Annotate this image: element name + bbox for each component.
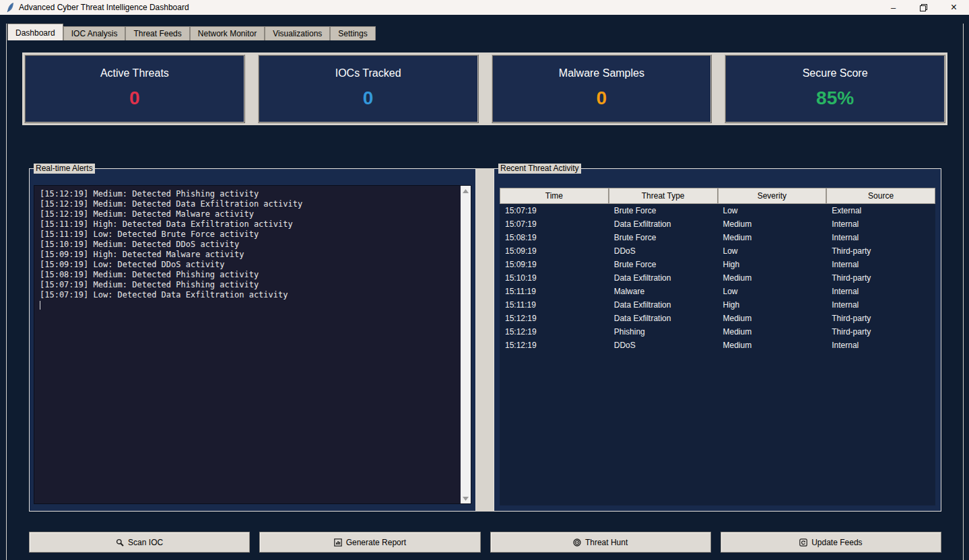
stat-card-malware-samples: Malware Samples 0 <box>492 55 712 123</box>
stat-title: Secure Score <box>803 67 868 79</box>
threat-hunt-button[interactable]: Threat Hunt <box>490 532 711 553</box>
stat-value: 0 <box>597 88 607 109</box>
scroll-down-icon[interactable] <box>461 493 471 503</box>
stat-value: 85% <box>816 88 854 109</box>
realtime-alerts-panel: Real-time Alerts [15:12:19] Medium: Dete… <box>29 168 476 512</box>
column-header-source[interactable]: Source <box>826 188 935 204</box>
table-row[interactable]: 15:11:19 Malware Low Internal <box>500 285 935 298</box>
stat-value: 0 <box>129 88 140 109</box>
generate-report-button[interactable]: Generate Report <box>259 532 480 553</box>
threat-activity-table: Time Threat Type Severity Source 15:07:1… <box>500 188 935 505</box>
text-cursor <box>40 301 40 310</box>
stat-card-secure-score: Secure Score 85% <box>725 55 945 123</box>
stat-card-active-threats: Active Threats 0 <box>24 55 245 123</box>
console-scrollbar[interactable] <box>461 186 471 503</box>
table-row[interactable]: 15:09:19 DDoS Low Third-party <box>500 244 935 258</box>
table-row[interactable]: 15:10:19 Data Exfiltration Medium Third-… <box>500 271 935 285</box>
table-row[interactable]: 15:09:19 Brute Force High Internal <box>500 258 935 271</box>
feather-app-icon <box>4 3 18 13</box>
window-title: Advanced Cyber Threat Intelligence Dashb… <box>19 3 189 12</box>
tab-dashboard[interactable]: Dashboard <box>7 24 63 40</box>
table-row[interactable]: 15:07:19 Data Exfiltration Medium Intern… <box>500 217 935 231</box>
update-feeds-button[interactable]: Update Feeds <box>721 532 941 553</box>
window-controls: – × <box>878 0 969 15</box>
alerts-console[interactable]: [15:12:19] Medium: Detected Phishing act… <box>34 186 461 503</box>
table-row[interactable]: 15:12:19 Phishing Medium Third-party <box>500 325 935 339</box>
stat-title: Active Threats <box>100 67 169 79</box>
minimize-button[interactable]: – <box>878 0 908 15</box>
scroll-up-icon[interactable] <box>461 186 471 196</box>
column-header-time[interactable]: Time <box>500 188 609 204</box>
table-header: Time Threat Type Severity Source <box>500 188 935 204</box>
alerts-panel-label: Real-time Alerts <box>34 164 95 174</box>
scan-ioc-button[interactable]: Scan IOC <box>29 532 250 553</box>
magnifier-icon <box>116 538 124 547</box>
report-icon <box>334 538 342 547</box>
title-bar: Advanced Cyber Threat Intelligence Dashb… <box>0 0 969 15</box>
refresh-icon <box>799 538 807 547</box>
column-header-threat-type[interactable]: Threat Type <box>609 188 718 204</box>
table-row[interactable]: 15:08:19 Brute Force Medium Internal <box>500 231 935 244</box>
tab-bar: Dashboard IOC Analysis Threat Feeds Netw… <box>7 24 963 40</box>
close-button[interactable]: × <box>939 0 969 15</box>
table-row[interactable]: 15:12:19 DDoS Medium Internal <box>500 339 935 352</box>
table-row[interactable]: 15:12:19 Data Exfiltration Medium Third-… <box>500 312 935 325</box>
app-window: Advanced Cyber Threat Intelligence Dashb… <box>0 0 969 560</box>
tab-network-monitor[interactable]: Network Monitor <box>190 26 265 40</box>
table-body: 15:07:19 Brute Force Low External 15:07:… <box>500 204 935 352</box>
stats-row: Active Threats 0 IOCs Tracked 0 Malware … <box>22 53 947 125</box>
stat-title: IOCs Tracked <box>335 67 401 79</box>
table-row[interactable]: 15:07:19 Brute Force Low External <box>500 204 935 217</box>
tab-ioc-analysis[interactable]: IOC Analysis <box>63 26 126 40</box>
recent-threat-activity-panel: Recent Threat Activity Time Threat Type … <box>494 168 941 512</box>
action-bar: Scan IOC Generate Report <box>29 532 941 553</box>
column-header-severity[interactable]: Severity <box>718 188 827 204</box>
tab-settings[interactable]: Settings <box>330 26 375 40</box>
activity-panel-label: Recent Threat Activity <box>498 164 581 174</box>
tab-threat-feeds[interactable]: Threat Feeds <box>125 26 189 40</box>
panel-divider <box>476 168 494 512</box>
notebook: Dashboard IOC Analysis Threat Feeds Netw… <box>6 24 964 560</box>
tab-visualizations[interactable]: Visualizations <box>265 26 330 40</box>
stat-title: Malware Samples <box>559 67 644 79</box>
main-panels: Real-time Alerts [15:12:19] Medium: Dete… <box>29 168 941 512</box>
stat-card-iocs-tracked: IOCs Tracked 0 <box>258 55 479 123</box>
restore-button[interactable] <box>908 0 939 15</box>
table-row[interactable]: 15:11:19 Data Exfiltration High Internal <box>500 298 935 312</box>
stat-value: 0 <box>363 88 374 109</box>
target-icon <box>573 538 581 547</box>
